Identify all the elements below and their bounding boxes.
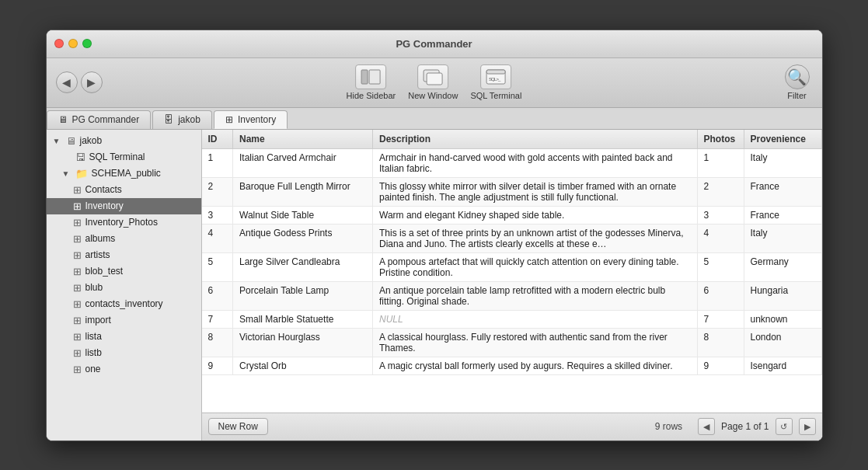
cell-id: 9 [202,357,233,374]
sidebar-item-inventory[interactable]: ⊞ Inventory [47,198,201,214]
svg-rect-3 [427,73,442,85]
cell-photos: 3 [697,206,744,224]
sidebar-item-artists[interactable]: ⊞ artists [47,247,201,263]
back-button[interactable]: ◀ [56,71,78,93]
cell-name: Porcelain Table Lamp [233,281,373,310]
sidebar-item-one[interactable]: ⊞ one [47,361,201,378]
cell-id: 6 [202,281,233,310]
table-icon: ⊞ [73,282,82,294]
cell-photos: 1 [697,148,744,177]
sidebar-item-contacts-inventory[interactable]: ⊞ contacts_inventory [47,296,201,312]
sidebar-item-jakob[interactable]: ▼ 🖥 jakob [47,133,201,149]
expand-arrow-jakob: ▼ [53,137,62,145]
filter-icon: 🔍 [785,64,810,89]
data-table: ID Name Description Photos Provenience 1… [202,130,822,375]
table-row[interactable]: 6Porcelain Table LampAn antique porcelai… [202,281,822,310]
cell-id: 7 [202,310,233,328]
tab-inventory[interactable]: ⊞ Inventory [214,110,288,129]
cell-photos: 2 [697,177,744,206]
cell-provenience: Hungaria [744,281,821,310]
cell-id: 8 [202,328,233,357]
cell-provenience: Germany [744,252,821,281]
tab-pg-commander[interactable]: 🖥 PG Commander [47,110,152,129]
sql-terminal-label: SQL Terminal [470,91,521,100]
new-window-button[interactable]: New Window [408,64,458,100]
cell-description: This glossy white mirror with silver det… [373,177,698,206]
hide-sidebar-label: Hide Sidebar [347,91,396,100]
next-page-icon: ▶ [804,422,810,432]
titlebar: PG Commander [47,30,822,58]
table-icon: ⊞ [73,298,82,310]
table-icon: ⊞ [73,347,82,359]
cell-photos: 7 [697,310,744,328]
cell-provenience: Italy [744,224,821,252]
minimize-button[interactable] [68,39,78,48]
new-row-button[interactable]: New Row [208,418,268,435]
table-row[interactable]: 9Crystal OrbA magic crystal ball formerl… [202,357,822,374]
sidebar-item-inventory-photos[interactable]: ⊞ Inventory_Photos [47,214,201,231]
table-row[interactable]: 2Baroque Full Length MirrorThis glossy w… [202,177,822,206]
filter-label: Filter [787,91,806,100]
table-icon: ⊞ [73,217,82,228]
table-icon: ⊞ [73,249,82,261]
sidebar-item-listb[interactable]: ⊞ listb [47,345,201,361]
cell-description: A magic crystal ball formerly used by au… [373,357,698,374]
tab-pg-commander-icon: 🖥 [58,114,68,125]
cell-provenience: Italy [744,148,821,177]
sidebar-item-blub[interactable]: ⊞ blub [47,280,201,296]
sidebar-inventory-label: Inventory [85,200,124,211]
cell-name: Small Marble Statuette [233,310,373,328]
cell-description: A pompous artefact that will quickly cat… [373,252,698,281]
sidebar-icon [355,64,386,89]
sidebar-contacts-inventory-label: contacts_inventory [85,298,163,309]
table-row[interactable]: 4Antique Godess PrintsThis is a set of t… [202,224,822,252]
cell-provenience: London [744,328,821,357]
next-page-button[interactable]: ▶ [799,418,816,435]
forward-button[interactable]: ▶ [81,71,103,93]
sidebar-item-contacts[interactable]: ⊞ Contacts [47,182,201,198]
sidebar-item-blob-test[interactable]: ⊞ blob_test [47,263,201,280]
table-row[interactable]: 5Large Silver CandleabraA pompous artefa… [202,252,822,281]
table-row[interactable]: 3Walnut Side TableWarm and elegant Kidne… [202,206,822,224]
toolbar: ◀ ▶ Hide Sidebar [47,58,822,108]
tab-inventory-label: Inventory [238,114,276,125]
maximize-button[interactable] [82,39,92,48]
forward-icon: ▶ [87,76,96,89]
cell-description: A classical hourglass. Fully restored wi… [373,328,698,357]
tab-jakob[interactable]: 🗄 jakob [152,110,212,129]
table-row[interactable]: 7Small Marble StatuetteNULL7unknown [202,310,822,328]
table-icon: ⊞ [73,200,82,212]
svg-rect-1 [369,70,380,84]
page-info: Page 1 of 1 [721,421,769,432]
tab-inventory-icon: ⊞ [225,114,233,125]
prev-page-icon: ◀ [703,422,709,432]
hide-sidebar-button[interactable]: Hide Sidebar [347,64,396,100]
table-row[interactable]: 8Victorian HourglassA classical hourglas… [202,328,822,357]
tab-jakob-icon: 🗄 [164,114,173,125]
sidebar-item-import[interactable]: ⊞ import [47,312,201,329]
sidebar-item-lista[interactable]: ⊞ lista [47,329,201,345]
sidebar-blob-test-label: blob_test [85,266,124,277]
sidebar-item-sql-terminal[interactable]: 🖫 SQL Terminal [47,149,201,165]
refresh-button[interactable]: ↺ [776,418,793,435]
sidebar-sql-label: SQL Terminal [89,151,145,162]
table-wrapper[interactable]: ID Name Description Photos Provenience 1… [202,130,822,413]
filter-button[interactable]: 🔍 Filter [785,64,810,100]
table-row[interactable]: 1Italian Carved ArmchairArmchair in hand… [202,148,822,177]
close-button[interactable] [54,39,64,48]
prev-page-button[interactable]: ◀ [698,418,715,435]
cell-description: This is a set of three prints by an unkn… [373,224,698,252]
new-window-label: New Window [408,91,458,100]
cell-description: An antique porcelain table lamp retrofit… [373,281,698,310]
tab-pg-commander-label: PG Commander [72,114,140,125]
table-icon: ⊞ [73,266,82,277]
svg-rect-0 [361,70,368,84]
sidebar-listb-label: listb [85,347,102,358]
sql-terminal-button[interactable]: SQL >_ SQL Terminal [470,64,521,100]
sidebar-item-albums[interactable]: ⊞ albums [47,231,201,247]
col-header-name: Name [233,130,373,149]
sidebar-albums-label: albums [85,233,116,244]
sidebar-artists-label: artists [85,249,110,260]
sidebar-item-schema[interactable]: ▼ 📁 SCHEMA_public [47,165,201,182]
cell-provenience: Isengard [744,357,821,374]
